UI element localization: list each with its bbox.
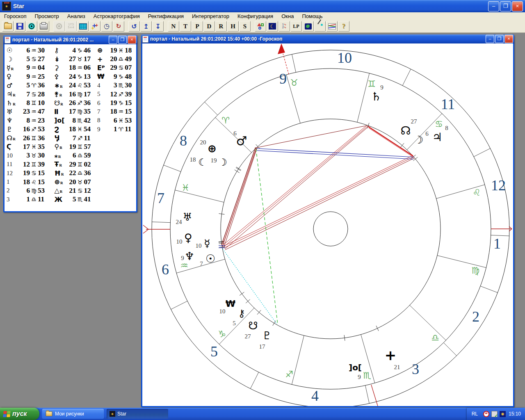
table-row: ♄R8♊10☋R26♐36619♑15 (7, 98, 136, 107)
planet-uranian-point-degree: 9 (358, 374, 361, 380)
axis-line (143, 225, 148, 229)
wheel-circle-core (313, 212, 348, 246)
toolbar-chart-n-button[interactable]: N (168, 21, 179, 32)
toolbar-rotate-icon[interactable]: ↺ (128, 21, 140, 32)
toolbar-lp-button[interactable]: LP (290, 21, 302, 32)
position-cell: 619♑15 (97, 99, 136, 107)
horoscope-minimize-button[interactable]: – (486, 35, 494, 43)
house-cusp (164, 165, 181, 171)
toolbar-time-clock-icon[interactable]: ◷ (101, 21, 112, 32)
positions-close-button[interactable]: × (128, 36, 136, 44)
table-row: Ϛ17♓35⚲R19♊57 (7, 142, 136, 151)
toolbar-rotate-down-icon[interactable]: ↧ (152, 21, 164, 32)
close-button[interactable]: × (512, 1, 523, 11)
taskbar-task-мои-рисунки[interactable]: Мои рисунки (42, 409, 104, 419)
toolbar-moon-phases-icon[interactable]: ☾ (267, 21, 278, 32)
house-number-1: 1 (493, 235, 501, 252)
avira-tray-icon[interactable] (483, 411, 489, 417)
toolbar-chart-p-button[interactable]: P (192, 21, 203, 32)
positions-minimize-button[interactable]: – (109, 36, 117, 44)
toolbar-chart-h-button[interactable]: H (227, 21, 239, 32)
planet-venus-degree: 10 (176, 238, 183, 245)
toolbar-open-icon[interactable] (2, 21, 14, 32)
start-button[interactable]: пуск (0, 408, 39, 420)
house-number-5: 5 (210, 343, 218, 360)
menu-помощь[interactable]: Помощь (298, 13, 326, 20)
toolbar-orbit-icon[interactable]: ↻ (113, 21, 124, 32)
position-cell: ⚲R19♊57 (55, 143, 98, 151)
toolbar-print-icon[interactable] (38, 21, 49, 32)
toolbar-grid-table-icon[interactable] (77, 21, 89, 32)
horoscope-title-bar[interactable]: портал - Натальный 26:01:2002 15:40 +00:… (141, 34, 514, 43)
taskbar-task-star[interactable]: ✶Star (107, 409, 168, 419)
position-cell: ♇16♐53 (7, 125, 54, 133)
house-cusp (402, 69, 411, 85)
house-cusp (250, 372, 258, 388)
planet-saturn-degree: 9 (380, 84, 383, 91)
axis-line (143, 229, 148, 233)
language-indicator[interactable]: RL (472, 411, 478, 417)
position-cell: ₩9♑48 (97, 73, 136, 81)
position-cell: ♆8♒23 (7, 116, 54, 125)
natal-chart-wheel: 101112123456789♈♉♊♋♌♍♎♏♐♑♒♓♄9♂6⊕20☾18☽19… (142, 43, 513, 406)
menu-гороскоп[interactable]: Гороскоп (0, 13, 30, 20)
position-cell: ⊕19♓18 (97, 46, 136, 55)
toolbar-chart-s-button[interactable]: S (239, 21, 251, 32)
position-cell: 86♓53 (97, 116, 136, 125)
horoscope-close-button[interactable]: × (504, 35, 513, 43)
position-cell: ĦR22♎36 (55, 169, 98, 177)
toolbar-disc-icon[interactable] (26, 21, 37, 32)
toolbar-aspect-list-icon[interactable]: 1∿2∿ (278, 21, 290, 32)
planet-north-node: ☊ (401, 124, 411, 137)
planet-poseidon: ₩ (226, 299, 235, 309)
zodiac-sign: ♌ (472, 187, 481, 198)
menu-конфигурация[interactable]: Конфигурация (233, 13, 277, 20)
menu-окна[interactable]: Окна (277, 13, 298, 20)
toolbar-chart-d-button[interactable]: D (203, 21, 215, 32)
toolbar-save-icon[interactable] (14, 21, 25, 32)
menu-анализ[interactable]: Анализ (63, 13, 89, 20)
toolbar-chart-r-button[interactable]: R (215, 21, 227, 32)
maximize-button[interactable]: ❐ (500, 1, 511, 11)
menu-ректификация[interactable]: Ректификация (144, 13, 188, 20)
position-cell: ♄R8♊10 (7, 99, 54, 107)
aspect-line (256, 126, 367, 148)
table-row: ♀9♒25⚴24♑13₩9♑48 (7, 72, 136, 81)
planet-neptune: ♆ (185, 250, 194, 262)
toolbar-curves-icon[interactable] (326, 21, 338, 32)
planet-lilith: ☾ (198, 157, 207, 168)
menu-интерпретатор[interactable]: Интерпретатор (188, 13, 233, 20)
toolbar-chart-t-button[interactable]: T (180, 21, 191, 32)
position-cell: ⁎R6♎59 (55, 151, 98, 160)
position-cell: ↡27♉17 (54, 55, 97, 63)
menu-просмотр[interactable]: Просмотр (30, 13, 63, 20)
toolbar-graph-pen-icon[interactable] (314, 21, 326, 32)
position-cell: Ϛ17♓35 (7, 143, 55, 151)
positions-maximize-button[interactable]: ❐ (118, 36, 127, 44)
position-cell: ♂5♈36 (7, 81, 54, 89)
positions-title-bar[interactable]: портал - Натальный 26:01:2002 ... – ❐ × (3, 35, 137, 44)
document-icon (5, 37, 11, 43)
toolbar-rotate-up-icon[interactable]: ↥ (140, 21, 152, 32)
network-tray-icon[interactable] (491, 411, 498, 417)
horoscope-maximize-button[interactable]: ❐ (495, 35, 504, 43)
house-number-4: 4 (311, 388, 319, 404)
menu-астрокартография[interactable]: Астрокартография (89, 13, 144, 20)
toolbar-star-points-icon[interactable]: +++ (89, 21, 100, 32)
toolbar-help-icon[interactable]: ? (338, 21, 349, 32)
toolbar-aspect-shapes-icon[interactable] (255, 21, 266, 32)
house-cusp (480, 286, 498, 292)
planet-chiron: ⚷ (238, 308, 245, 319)
toolbar-astro-map-icon[interactable] (302, 21, 314, 32)
wheel-circle-outer (152, 50, 509, 406)
wireless-tray-icon[interactable]: ◉ (500, 411, 506, 417)
house-number-6: 6 (162, 261, 169, 278)
table-row: ♆8♒23]ο[8♏4286♓53 (7, 116, 136, 125)
position-cell: ☊R26♊36 (7, 134, 55, 142)
minimize-button[interactable]: – (488, 1, 499, 11)
horoscope-window: портал - Натальный 26:01:2002 15:40 +00:… (141, 34, 514, 407)
table-row: ♅23♒47Ⅱ17♍35718♒15 (7, 107, 136, 116)
house-number-8: 8 (180, 132, 187, 149)
main-title-bar: STAR✶ Star – ❐ × (0, 0, 525, 12)
planet-tick (400, 143, 404, 148)
